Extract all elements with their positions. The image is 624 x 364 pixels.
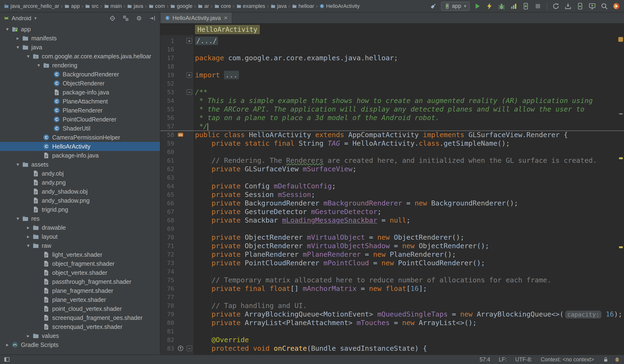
tree-item-Gradle Scripts[interactable]: ▸Gradle Scripts	[0, 340, 160, 349]
device-monitor-button[interactable]	[588, 2, 597, 10]
code-line-16[interactable]: 16	[160, 45, 624, 54]
tree-item-manifests[interactable]: ▸manifests	[0, 34, 160, 43]
tree-item-package-info.java[interactable]: package-info.java	[0, 151, 160, 160]
code-line-64[interactable]: 64 private Config mDefaultConfig;	[160, 182, 624, 190]
tree-item-trigrid.png[interactable]: trigrid.png	[0, 205, 160, 214]
code-line-66[interactable]: 66 private BackgroundRenderer mBackgroun…	[160, 199, 624, 208]
code-line-1[interactable]: 1+/.../	[160, 37, 624, 45]
breadcrumb-item-examples[interactable]: examples	[236, 3, 266, 9]
tree-collapsed-arrow-icon[interactable]: ▸	[14, 35, 22, 41]
tree-item-package-info.java[interactable]: package-info.java	[0, 88, 160, 97]
tree-item-plane_vertex.shader[interactable]: plane_vertex.shader	[0, 295, 160, 304]
tree-item-andy.png[interactable]: andy.png	[0, 178, 160, 187]
code-line-76[interactable]: 76 private final float[] mAnchorMatrix =…	[160, 284, 624, 293]
code-line-82[interactable]: 82 @Override	[160, 336, 624, 344]
code-line-73[interactable]: 73 private PointCloudRenderer mPointClou…	[160, 259, 624, 267]
tree-item-andy.obj[interactable]: andy.obj	[0, 169, 160, 178]
run-button[interactable]	[473, 2, 482, 10]
tree-item-andy_shadow.png[interactable]: andy_shadow.png	[0, 196, 160, 205]
stripe-mark[interactable]	[619, 113, 623, 114]
avd-manager-button[interactable]	[576, 2, 584, 10]
code-line-69[interactable]: 69	[160, 225, 624, 233]
toolwindow-toggle-button[interactable]	[4, 356, 10, 363]
apply-changes-button[interactable]	[485, 2, 494, 10]
breadcrumb-item-google[interactable]: google	[170, 3, 193, 9]
code-line-74[interactable]: 74	[160, 267, 624, 276]
code-area[interactable]: 1+/.../1617package com.google.ar.core.ex…	[160, 35, 624, 355]
breadcrumb-item-main[interactable]: main	[104, 3, 122, 9]
tree-item-drawable[interactable]: ▸drawable	[0, 223, 160, 232]
tree-item-point_cloud_vertex.shader[interactable]: point_cloud_vertex.shader	[0, 304, 160, 313]
tree-item-CameraPermissionHelper[interactable]: CCameraPermissionHelper	[0, 133, 160, 142]
tree-expanded-arrow-icon[interactable]: ▾	[14, 216, 22, 221]
stripe-mark[interactable]	[619, 157, 623, 159]
fold-marker[interactable]: +	[185, 38, 193, 44]
tree-item-com.google.ar.core.examples.java.helloar[interactable]: ▾com.google.ar.core.examples.java.helloa…	[0, 52, 160, 61]
code-line-57[interactable]: 57 */	[160, 122, 624, 130]
code-line-70[interactable]: 70 private ObjectRenderer mVirtualObject…	[160, 233, 624, 242]
code-line-71[interactable]: 71 private ObjectRenderer mVirtualObject…	[160, 242, 624, 250]
assistant-button[interactable]	[612, 2, 621, 10]
code-line-18[interactable]: 18	[160, 62, 624, 71]
tree-expanded-arrow-icon[interactable]: ▾	[14, 44, 22, 50]
code-line-81[interactable]: 81	[160, 327, 624, 336]
breadcrumb-item-java_arcore_hello_ar[interactable]: java_arcore_hello_ar	[3, 3, 60, 9]
tree-item-PointCloudRenderer[interactable]: CPointCloudRenderer	[0, 115, 160, 124]
code-line-61[interactable]: 61 // Rendering. The Renderers are creat…	[160, 156, 624, 165]
fold-collapse-icon[interactable]: −	[186, 345, 192, 351]
build-hammer-button[interactable]	[429, 2, 438, 10]
breadcrumb-item-core[interactable]: core	[214, 3, 232, 9]
tree-item-object_fragment.shader[interactable]: object_fragment.shader	[0, 259, 160, 268]
inspection-status-badge[interactable]	[618, 37, 623, 42]
project-view-selector[interactable]: Android ▾	[3, 15, 37, 22]
tree-item-assets[interactable]: ▾assets	[0, 160, 160, 169]
stripe-mark[interactable]	[619, 246, 623, 248]
code-line-79[interactable]: 79 private ArrayBlockingQueue<MotionEven…	[160, 310, 624, 318]
code-line-65[interactable]: 65 private Session mSession;	[160, 190, 624, 199]
code-line-60[interactable]: 60	[160, 148, 624, 156]
caret-position[interactable]: 57:4	[479, 356, 490, 363]
tree-collapsed-arrow-icon[interactable]: ▸	[3, 342, 11, 348]
code-line-68[interactable]: 68 private Snackbar mLoadingMessageSnack…	[160, 216, 624, 225]
context-indicator[interactable]: Context: <no context>	[541, 356, 594, 363]
tree-item-PlaneAttachment[interactable]: CPlaneAttachment	[0, 97, 160, 106]
code-line-67[interactable]: 67 private GestureDetector mGestureDetec…	[160, 208, 624, 216]
code-line-17[interactable]: 17package com.google.ar.core.examples.ja…	[160, 54, 624, 62]
code-line-52[interactable]: 52	[160, 79, 624, 88]
breadcrumb-item-src[interactable]: src	[84, 3, 99, 9]
collapse-all-button[interactable]	[122, 14, 130, 23]
tree-item-HelloArActivity[interactable]: CHelloArActivity	[0, 142, 160, 151]
code-line-62[interactable]: 62 private GLSurfaceView mSurfaceView;	[160, 165, 624, 173]
code-line-80[interactable]: 80 private ArrayList<PlaneAttachment> mT…	[160, 318, 624, 327]
gutter-go-to-related[interactable]: <>	[176, 131, 185, 138]
profiler-button[interactable]	[509, 2, 518, 10]
breadcrumb-item-helloar[interactable]: helloar	[291, 3, 315, 9]
error-stripe[interactable]	[618, 35, 624, 355]
tree-item-ObjectRenderer[interactable]: CObjectRenderer	[0, 79, 160, 88]
code-line-75[interactable]: 75 // Temporary matrix allocated here to…	[160, 276, 624, 284]
tree-expanded-arrow-icon[interactable]: ▾	[35, 62, 43, 68]
tree-item-values[interactable]: ▸values	[0, 331, 160, 340]
fold-expand-icon[interactable]: +	[186, 72, 192, 78]
tree-item-BackgroundRenderer[interactable]: CBackgroundRenderer	[0, 70, 160, 79]
fold-expand-icon[interactable]: +	[186, 38, 192, 44]
tree-item-PlaneRenderer[interactable]: CPlaneRenderer	[0, 106, 160, 115]
tree-item-app[interactable]: ▾app	[0, 25, 160, 34]
sdk-manager-button[interactable]	[564, 2, 572, 10]
breadcrumb-item-ar[interactable]: ar	[197, 3, 209, 9]
code-line-56[interactable]: 56 * tap on a plane to place a 3d model …	[160, 113, 624, 122]
settings-button[interactable]: ⚙	[135, 14, 143, 23]
code-line-78[interactable]: 78 // Tap handling and UI.	[160, 301, 624, 310]
debug-button[interactable]	[497, 2, 506, 10]
tree-item-object_vertex.shader[interactable]: object_vertex.shader	[0, 268, 160, 277]
tree-collapsed-arrow-icon[interactable]: ▸	[24, 225, 32, 230]
code-line-83[interactable]: 83− protected void onCreate(Bundle saved…	[160, 344, 624, 353]
code-line-63[interactable]: 63	[160, 173, 624, 182]
lock-button[interactable]	[603, 356, 609, 363]
tree-item-rendering[interactable]: ▾rendering	[0, 61, 160, 70]
code-line-19[interactable]: 19+import ...	[160, 71, 624, 79]
hector-button[interactable]	[614, 356, 620, 363]
fold-marker[interactable]: −	[185, 89, 193, 95]
code-line-72[interactable]: 72 private PlaneRenderer mPlaneRenderer …	[160, 250, 624, 259]
tree-item-screenquad_vertex.shader[interactable]: screenquad_vertex.shader	[0, 322, 160, 331]
